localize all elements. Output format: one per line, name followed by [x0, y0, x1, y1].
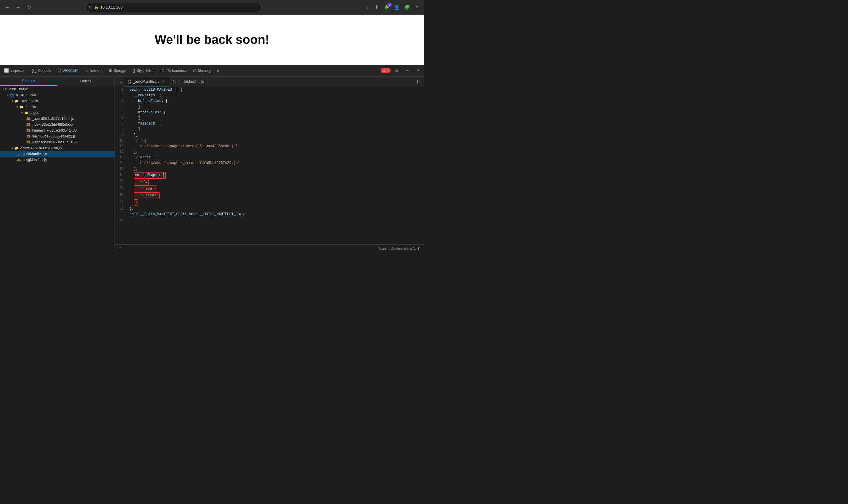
tree-pages[interactable]: ▾ 📁 pages: [0, 110, 114, 116]
line-number: 1: [115, 87, 127, 93]
sidebar-tab-outline[interactable]: Outline: [57, 76, 115, 86]
close-devtools-button[interactable]: ✕: [414, 66, 423, 75]
error-badge[interactable]: ⚠ 1: [381, 68, 391, 73]
line-code: ],: [127, 166, 424, 172]
tree-file-app[interactable]: JS _app-df511a3677d160f6.js: [0, 116, 114, 122]
z79-label: Z79wh4kSTt439cxBUytQN: [20, 146, 62, 150]
line-code: sortedPages: [: [127, 172, 424, 179]
tab-network[interactable]: ↑↓ Network: [81, 66, 105, 75]
folder-chunks-icon: 📁: [19, 105, 23, 109]
tab-console[interactable]: ❯_ Console: [28, 66, 54, 75]
tab-storage[interactable]: ⊞ Storage: [106, 66, 129, 75]
tree-file-main[interactable]: JS main-50de763069eba4b2.js: [0, 133, 114, 139]
line-code: },: [127, 132, 424, 138]
star-icon[interactable]: ☆: [363, 4, 371, 11]
pages-label: pages: [30, 111, 39, 115]
memory-icon: ⬡: [193, 68, 196, 73]
js-icon-webpack: JS: [26, 140, 31, 144]
tree-file-webpack[interactable]: JS webpack-ee7e63bc15b31913.: [0, 139, 114, 145]
settings-button[interactable]: ⋯: [403, 66, 412, 75]
pretty-print-button[interactable]: { }: [415, 78, 423, 86]
line-number: 17: [115, 179, 127, 185]
line-number: 15: [115, 166, 127, 172]
tree-file-index[interactable]: JS index-c95e13dd48858e5b: [0, 122, 114, 127]
file-webpack-label: webpack-ee7e63bc15b31913.: [32, 140, 79, 144]
file-app-label: _app-df511a3677d160f6.js: [32, 116, 74, 121]
tab-inspector[interactable]: ⬜ Inspector: [1, 66, 28, 75]
js-icon-index: JS: [26, 123, 31, 127]
host-label: 10.10.11.200: [15, 93, 36, 97]
extension-badge: 7: [387, 3, 392, 7]
table-row: 6 ],: [115, 115, 424, 121]
line-number: 9: [115, 132, 127, 138]
table-row: 3 beforeFiles: [: [115, 98, 424, 104]
network-icon: ↑↓: [84, 68, 88, 73]
main-thread-label: Main Thread: [8, 87, 28, 91]
chevron-down-icon-z79: ▾: [12, 146, 14, 150]
line-code: __rewrites: {: [127, 93, 424, 98]
sidebar-tab-sources[interactable]: Sources: [0, 76, 57, 86]
table-row: 13 '/_error': [: [115, 155, 424, 160]
extensions-icon[interactable]: 🧩: [403, 4, 411, 11]
tree-file-ssgmanifest[interactable]: JS _ssgManifest.js: [0, 157, 114, 163]
table-row: 15 ],: [115, 166, 424, 172]
refresh-button[interactable]: ↻: [25, 3, 33, 12]
line-code: '/_app',: [127, 185, 424, 192]
tree-main-thread[interactable]: ▾ □ Main Thread: [0, 86, 114, 92]
js-icon-app: JS: [26, 117, 31, 121]
chevron-down-icon-next: ▾: [12, 99, 14, 103]
json-icon-build: { }: [17, 152, 19, 156]
sidebar-tree: ▾ □ Main Thread ▾ 🌐 10.10.11.200 ▾ 📁 _ne…: [0, 86, 114, 252]
menu-icon[interactable]: ≡: [413, 4, 420, 11]
file-index-label: index-c95e13dd48858e5b: [32, 123, 73, 127]
tab-close-1[interactable]: ✕: [161, 79, 165, 84]
table-row: 20 ]: [115, 199, 424, 206]
line-code: self.__BUILD_MANIFEST = {: [127, 87, 424, 93]
tree-host[interactable]: ▾ 🌐 10.10.11.200: [0, 92, 114, 98]
line-number: 12: [115, 149, 127, 155]
table-row: 21 },: [115, 206, 424, 212]
tab-style-editor[interactable]: {} Style Editor: [129, 66, 158, 75]
error-count: 1: [387, 69, 389, 72]
forward-button[interactable]: →: [14, 3, 22, 12]
tab-toggle-button[interactable]: ⊞: [116, 78, 124, 86]
tree-z79-folder[interactable]: ▾ 📁 Z79wh4kSTt439cxBUytQN: [0, 145, 114, 151]
tree-file-framework[interactable]: JS framework-8c5acb00541403: [0, 127, 114, 133]
table-row: 14 'static/chunks/pages/_error-dfcfa5bb6…: [115, 160, 424, 166]
line-number: 5: [115, 110, 127, 115]
table-row: 4 ],: [115, 104, 424, 110]
tree-file-buildmanifest[interactable]: { } _buildManifest.js: [0, 151, 114, 157]
table-row: 1 self.__BUILD_MANIFEST = {: [115, 87, 424, 93]
code-editor[interactable]: 1 self.__BUILD_MANIFEST = { 2 __rewrites…: [115, 87, 424, 244]
tab-icon-1: { }: [128, 79, 131, 84]
download-icon[interactable]: ⬇: [373, 4, 380, 11]
table-row: 5 afterFiles: [: [115, 110, 424, 115]
profile-icon[interactable]: 👤: [393, 4, 400, 11]
tree-next-static[interactable]: ▾ 📁 _next/static: [0, 98, 114, 104]
line-code: afterFiles: [: [127, 110, 424, 115]
address-bar[interactable]: 🛡 🔒 10.10.11.200: [85, 3, 262, 12]
tab-debugger[interactable]: ⬡ Debugger: [55, 66, 81, 75]
line-number: 19: [115, 192, 127, 199]
tree-chunks[interactable]: ▾ 📁 chunks: [0, 104, 114, 110]
back-button[interactable]: ←: [3, 3, 12, 12]
chunks-label: chunks: [25, 105, 36, 109]
line-code: [127, 217, 424, 223]
settings-icon: ⋯: [406, 69, 409, 73]
code-tab-buildmanifest-2[interactable]: { } _buildManifest.js: [169, 76, 208, 87]
devtools-toolbar: ⬜ Inspector ❯_ Console ⬡ Debugger ↑↓ Net…: [0, 65, 424, 76]
table-row: 11 'static/chunks/pages/index-c95e13dd48…: [115, 144, 424, 149]
more-tabs-button[interactable]: »: [214, 66, 222, 75]
split-view-button[interactable]: ⧉: [393, 66, 401, 75]
line-number: 7: [115, 121, 127, 127]
line-code: fallback: [: [127, 121, 424, 127]
tab-memory[interactable]: ⬡ Memory: [190, 66, 214, 75]
style-editor-icon: {}: [132, 68, 135, 73]
tab-performance[interactable]: ⏱ Performance: [158, 66, 190, 75]
browser-actions: ☆ ⬇ 🧩 7 👤 🧩 ≡: [363, 4, 420, 11]
code-tab-buildmanifest-1[interactable]: { } _buildManifest.js ✕: [124, 76, 169, 87]
folder-pages-icon: 📁: [24, 111, 28, 115]
pretty-print-icon[interactable]: { }: [119, 247, 121, 250]
extension-icon-wrap[interactable]: 🧩 7: [383, 4, 391, 11]
line-code: self.__BUILD_MANIFEST_CB && self.__BUILD…: [127, 212, 424, 217]
